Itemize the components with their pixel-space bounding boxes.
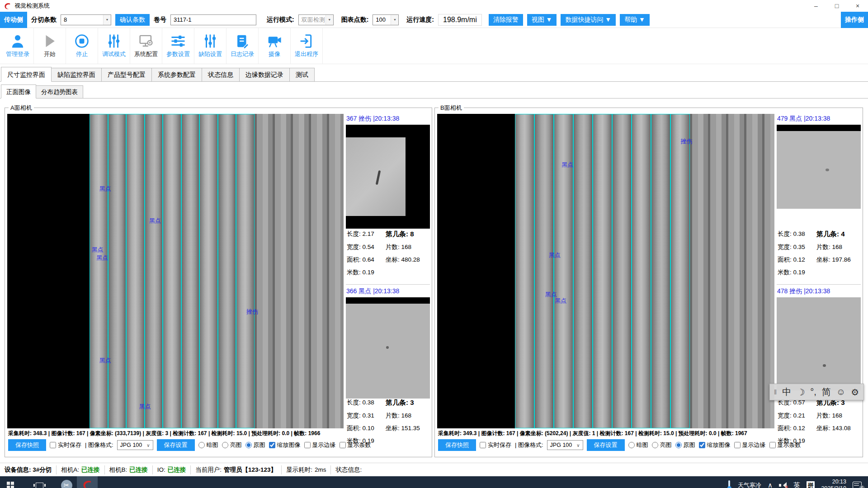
save-snapshot-button[interactable]: 保存快照 [438,439,476,451]
sliders-vertical-icon [203,33,218,49]
ime-halfmoon-icon[interactable]: ☽ [797,387,805,398]
speaker-muted-icon[interactable]: ✕ [779,482,787,488]
start-button[interactable] [0,476,21,488]
image-format-label: | 图像格式: [515,441,543,449]
tab-2[interactable]: 产品型号配置 [102,68,152,82]
camera-b-title: B面相机 [439,104,464,112]
weather-text[interactable]: 天气寒冷 [738,481,761,488]
maximize-button[interactable]: □ [826,0,847,12]
slit-count-select[interactable]: 8 ▼ [61,14,111,25]
image-format-label: | 图像格式: [85,441,113,449]
log-record-button[interactable]: 日志记录 [226,28,259,64]
exit-program-button[interactable]: 退出程序 [291,28,323,64]
material-strip [236,114,255,428]
defect-thumbnail [777,125,861,209]
subtab-1[interactable]: 分布趋势图表 [36,85,83,99]
realtime-save-checkbox[interactable]: 实时保存 [50,441,81,449]
defect-thumbnail [346,297,430,399]
current-user-value: 管理员【123-123】 [224,466,277,474]
zoom-image-checkbox[interactable]: 缩放图像 [269,441,301,449]
tab-1[interactable]: 缺陷监控界面 [52,68,102,82]
ime-simplified[interactable]: 简 [822,386,831,398]
dark-image-radio[interactable]: 暗图 [628,441,648,449]
tab-5[interactable]: 边缘数据记录 [240,68,290,82]
parameter-settings-button[interactable]: 参数设置 [162,28,194,64]
image-format-select[interactable]: JPG 100∨ [547,440,583,450]
defect-card[interactable]: 478 挫伤 |20:13:38 长度: 0.57 第几条: 3 宽度: 0.2… [777,284,861,455]
tab-3[interactable]: 系统参数配置 [152,68,202,82]
image-format-select[interactable]: JPG 100∨ [117,440,153,450]
confirm-count-button[interactable]: 确认条数 [115,14,150,26]
camera-a-defect-sidebar: 367 挫伤 |20:13:38 长度: 2.17 第几条: 8 宽度: 0.5… [346,114,430,455]
ime-drag-handle[interactable]: ‖ [774,388,777,396]
defect-stats: 长度: 0.38 第几条: 3 宽度: 0.31 片数: 168 面积: 0.1… [347,399,430,445]
bright-image-radio[interactable]: 亮图 [652,441,672,449]
stop-button[interactable]: 停止 [66,28,98,64]
task-view-icon [36,483,43,488]
ime-lang-chinese[interactable]: 中 [782,386,791,398]
ime-indicator[interactable]: 拼 [807,481,815,488]
io-status: IO:已连接 [153,465,191,474]
image-defect-label: 黑点 [549,251,561,259]
roll-no-input[interactable] [170,14,256,25]
admin-login-button[interactable]: 管理登录 [2,28,34,64]
content-area: A面相机 黑点黑点黑点黑点挫伤黑点黑点 采集耗时: 348.3 | 图像计数: … [0,99,868,463]
app-logo-icon [82,479,93,488]
data-quick-access-menu-button[interactable]: 数据快捷访问 ▼ [561,14,616,26]
chevron-down-icon: ∨ [146,443,150,448]
help-menu-button[interactable]: 帮助 ▼ [620,14,650,26]
tab-6[interactable]: 测试 [290,68,315,82]
defect-card[interactable]: 366 黑点 |20:13:38 长度: 0.38 第几条: 3 宽度: 0.3… [346,284,430,455]
clear-alarm-button[interactable]: 清除报警 [489,14,523,26]
tray-expand-chevron[interactable]: ∧ [768,481,773,488]
inspection-app-taskbar-button[interactable] [77,476,98,488]
material-strip [126,114,145,428]
original-image-radio[interactable]: 原图 [245,441,265,449]
show-edge-checkbox[interactable]: 显示边缘 [304,441,336,449]
image-defect-label: 黑点 [149,217,161,225]
save-settings-button[interactable]: 保存设置 [587,439,625,451]
material-strip [515,114,534,428]
realtime-save-checkbox[interactable]: 实时保存 [480,441,511,449]
zoom-image-checkbox[interactable]: 缩放图像 [699,441,731,449]
run-mode-select[interactable]: 双面检测 ▼ [298,14,334,25]
exit-icon [299,33,314,49]
clock-time: 20:13 [821,479,846,485]
dark-image-radio[interactable]: 暗图 [198,441,218,449]
bright-image-radio[interactable]: 亮图 [222,441,242,449]
camera-b-panel: B面相机 挫伤黑点黑点黑点黑点 采集耗时: 349.3 | 图像计数: 167 … [434,108,863,457]
snipping-tool-button[interactable]: ✂ [56,476,77,488]
tab-0[interactable]: 尺寸监控界面 [1,67,52,82]
ime-punctuation-icon[interactable]: °, [810,387,816,397]
defect-card[interactable]: 367 挫伤 |20:13:38 长度: 2.17 第几条: 8 宽度: 0.5… [346,114,430,282]
minimize-button[interactable]: – [806,0,826,12]
save-settings-button[interactable]: 保存设置 [157,439,195,451]
chart-points-label: 图表点数: [341,16,369,24]
start-button[interactable]: 开始 [34,28,66,64]
language-indicator[interactable]: 英 [793,481,800,488]
notification-center-button[interactable]: 6 [853,482,863,488]
ime-emoji-icon[interactable]: ☺ [836,387,845,397]
save-snapshot-button[interactable]: 保存快照 [8,439,46,451]
windows-logo-icon [7,482,14,488]
show-edge-checkbox[interactable]: 显示边缘 [734,441,766,449]
chart-points-select[interactable]: 100 ▼ [373,14,399,25]
image-defect-label: 黑点 [92,246,104,254]
defect-card[interactable]: 479 黑点 |20:13:38 长度: 0.38 第几条: 4 宽度: 0.3… [777,114,861,282]
close-button[interactable]: × [847,0,868,12]
thermometer-icon[interactable] [727,480,731,488]
subtab-0[interactable]: 正面图像 [1,84,36,99]
camera-a-connected-badge: 已连接 [81,466,100,474]
clock[interactable]: 20:13 2025/2/10 [821,479,846,488]
defect-stats: 长度: 0.57 第几条: 3 宽度: 0.21 片数: 168 面积: 0.1… [778,399,861,445]
debug-mode-button[interactable]: 调试模式 [98,28,130,64]
ime-settings-gear-icon[interactable]: ⚙ [851,387,859,398]
original-image-radio[interactable]: 原图 [675,441,695,449]
ime-toolbar[interactable]: ‖ 中 ☽ °, 简 ☺ ⚙ [769,384,864,400]
system-config-button[interactable]: 系统配置 [130,28,162,64]
task-view-button[interactable] [29,476,50,488]
defect-settings-button[interactable]: 缺陷设置 [194,28,226,64]
view-menu-button[interactable]: 视图 ▼ [527,14,557,26]
camera-capture-button[interactable]: 摄像 [259,28,291,64]
tab-4[interactable]: 状态信息 [202,68,240,82]
